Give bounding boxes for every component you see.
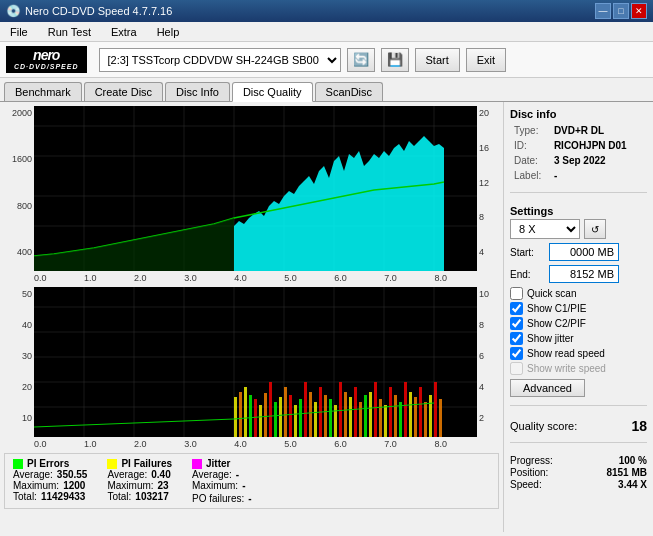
svg-rect-34 bbox=[269, 382, 272, 437]
chart-top-y-1600: 1600 bbox=[12, 154, 32, 164]
start-mb-label: Start: bbox=[510, 247, 545, 258]
progress-section: Progress: 100 % Position: 8151 MB Speed:… bbox=[510, 455, 647, 491]
svg-rect-45 bbox=[324, 395, 327, 437]
show-read-speed-checkbox[interactable] bbox=[510, 347, 523, 360]
menu-help[interactable]: Help bbox=[151, 24, 186, 40]
speed-row-prog: Speed: 3.44 X bbox=[510, 479, 647, 490]
svg-rect-27 bbox=[234, 397, 237, 437]
pif-total-label: Total: bbox=[107, 491, 131, 502]
tab-create-disc[interactable]: Create Disc bbox=[84, 82, 163, 101]
tab-benchmark[interactable]: Benchmark bbox=[4, 82, 82, 101]
tab-scandisc[interactable]: ScanDisc bbox=[315, 82, 383, 101]
tab-bar: Benchmark Create Disc Disc Info Disc Qua… bbox=[0, 78, 653, 102]
chart-bot-yr-2: 2 bbox=[479, 413, 484, 423]
quick-scan-row: Quick scan bbox=[510, 287, 647, 300]
svg-rect-60 bbox=[399, 402, 402, 437]
x-label-4: 4.0 bbox=[234, 273, 247, 283]
chart-top-y-400: 400 bbox=[17, 247, 32, 257]
pif-total-val: 103217 bbox=[135, 491, 168, 502]
end-mb-input[interactable] bbox=[549, 265, 619, 283]
show-c1pie-checkbox[interactable] bbox=[510, 302, 523, 315]
drive-selector[interactable]: [2:3] TSSTcorp CDDVDW SH-224GB SB00 bbox=[99, 48, 341, 72]
minimize-button[interactable]: — bbox=[595, 3, 611, 19]
right-panel: Disc info Type: DVD+R DL ID: RICOHJPN D0… bbox=[503, 102, 653, 532]
disc-info-section: Disc info Type: DVD+R DL ID: RICOHJPN D0… bbox=[510, 108, 647, 184]
x-bot-label-1: 1.0 bbox=[84, 439, 97, 449]
show-write-speed-checkbox[interactable] bbox=[510, 362, 523, 375]
chart-bot-yr-6: 6 bbox=[479, 351, 484, 361]
disc-info-title: Disc info bbox=[510, 108, 647, 120]
close-button[interactable]: ✕ bbox=[631, 3, 647, 19]
pi-total-val: 11429433 bbox=[41, 491, 86, 502]
svg-rect-33 bbox=[264, 393, 267, 437]
svg-rect-56 bbox=[379, 399, 382, 437]
maximize-button[interactable]: □ bbox=[613, 3, 629, 19]
show-c2pif-label: Show C2/PIF bbox=[527, 318, 586, 329]
top-chart bbox=[34, 106, 477, 271]
svg-rect-57 bbox=[384, 405, 387, 437]
pif-max-label: Maximum: bbox=[107, 480, 153, 491]
jitter-avg-val: - bbox=[236, 469, 239, 480]
pif-avg-val: 0.40 bbox=[151, 469, 170, 480]
svg-rect-46 bbox=[329, 399, 332, 437]
show-jitter-checkbox[interactable] bbox=[510, 332, 523, 345]
pi-avg-val: 350.55 bbox=[57, 469, 88, 480]
jitter-avg-label: Average: bbox=[192, 469, 232, 480]
date-val: 3 Sep 2022 bbox=[552, 154, 645, 167]
svg-rect-50 bbox=[349, 397, 352, 437]
quick-scan-checkbox[interactable] bbox=[510, 287, 523, 300]
start-mb-input[interactable] bbox=[549, 243, 619, 261]
refresh-icon-btn[interactable]: 🔄 bbox=[347, 48, 375, 72]
chart-top-y-2000: 2000 bbox=[12, 108, 32, 118]
pif-max-val: 23 bbox=[158, 480, 169, 491]
jitter-max-val: - bbox=[242, 480, 245, 491]
refresh-speed-btn[interactable]: ↺ bbox=[584, 219, 606, 239]
save-icon-btn[interactable]: 💾 bbox=[381, 48, 409, 72]
chart-top-yr-4: 4 bbox=[479, 247, 484, 257]
position-label: Position: bbox=[510, 467, 548, 478]
jitter-color bbox=[192, 459, 202, 469]
show-c2pif-checkbox[interactable] bbox=[510, 317, 523, 330]
svg-rect-37 bbox=[284, 387, 287, 437]
start-mb-row: Start: bbox=[510, 243, 647, 261]
x-label-3: 3.0 bbox=[184, 273, 197, 283]
x-bot-label-3: 3.0 bbox=[184, 439, 197, 449]
x-label-1: 1.0 bbox=[84, 273, 97, 283]
menu-file[interactable]: File bbox=[4, 24, 34, 40]
advanced-button[interactable]: Advanced bbox=[510, 379, 585, 397]
menu-run-test[interactable]: Run Test bbox=[42, 24, 97, 40]
speed-label: Speed: bbox=[510, 479, 542, 490]
speed-selector[interactable]: 8 X 4 X 12 X 16 X Max bbox=[510, 219, 580, 239]
svg-rect-39 bbox=[294, 405, 297, 437]
svg-rect-28 bbox=[239, 392, 242, 437]
x-bot-label-8: 8.0 bbox=[434, 439, 447, 449]
bottom-chart bbox=[34, 287, 477, 437]
disc-info-table: Type: DVD+R DL ID: RICOHJPN D01 Date: 3 … bbox=[510, 122, 647, 184]
svg-rect-40 bbox=[299, 399, 302, 437]
svg-rect-52 bbox=[359, 402, 362, 437]
jitter-max-label: Maximum: bbox=[192, 480, 238, 491]
tab-disc-info[interactable]: Disc Info bbox=[165, 82, 230, 101]
svg-rect-49 bbox=[344, 392, 347, 437]
divider-1 bbox=[510, 192, 647, 193]
pi-failures-color bbox=[107, 459, 117, 469]
svg-rect-38 bbox=[289, 395, 292, 437]
settings-title: Settings bbox=[510, 205, 647, 217]
menu-extra[interactable]: Extra bbox=[105, 24, 143, 40]
show-jitter-row: Show jitter bbox=[510, 332, 647, 345]
id-label: ID: bbox=[512, 139, 550, 152]
pi-errors-stats: PI Errors Average:350.55 Maximum:1200 To… bbox=[13, 458, 87, 504]
svg-rect-36 bbox=[279, 397, 282, 437]
exit-button[interactable]: Exit bbox=[466, 48, 506, 72]
chart-top-yr-8: 8 bbox=[479, 212, 484, 222]
x-label-7: 7.0 bbox=[384, 273, 397, 283]
svg-rect-65 bbox=[424, 402, 427, 437]
chart-bot-yr-8: 8 bbox=[479, 320, 484, 330]
chart-bot-y-30: 30 bbox=[22, 351, 32, 361]
x-label-2: 2.0 bbox=[134, 273, 147, 283]
svg-rect-35 bbox=[274, 402, 277, 437]
start-button[interactable]: Start bbox=[415, 48, 460, 72]
svg-rect-68 bbox=[439, 399, 442, 437]
pi-errors-color bbox=[13, 459, 23, 469]
tab-disc-quality[interactable]: Disc Quality bbox=[232, 82, 313, 102]
